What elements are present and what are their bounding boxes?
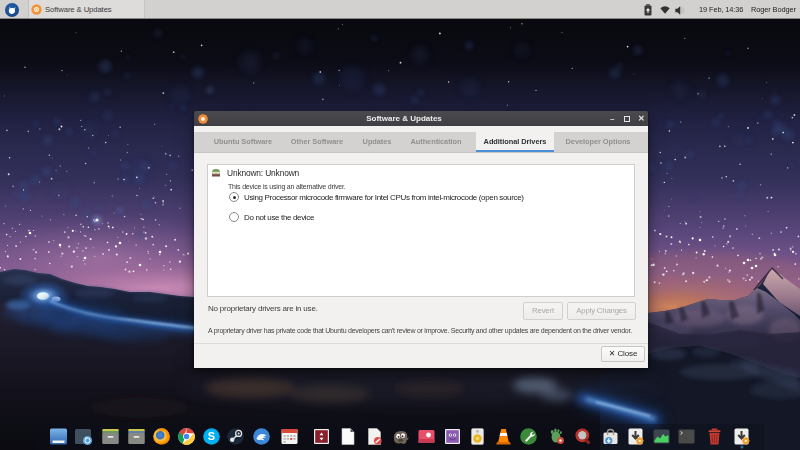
svg-text:S: S	[207, 430, 214, 442]
